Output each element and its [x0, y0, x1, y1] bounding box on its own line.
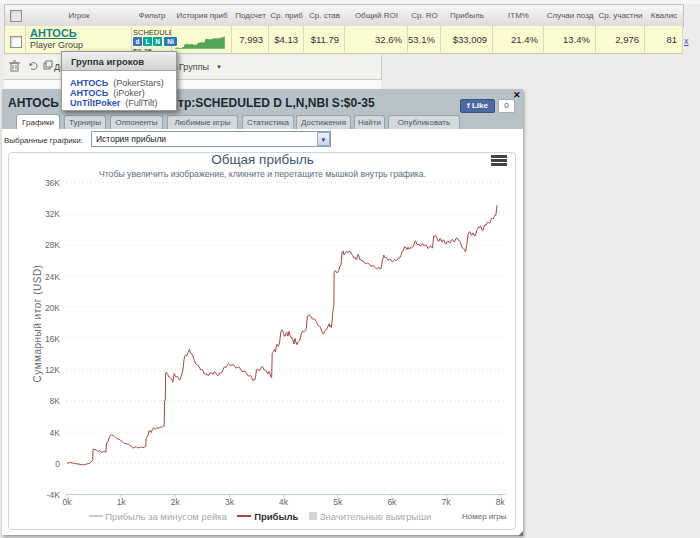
- svg-text:Группы: Группы: [179, 62, 209, 72]
- svg-text:▼: ▼: [216, 64, 222, 70]
